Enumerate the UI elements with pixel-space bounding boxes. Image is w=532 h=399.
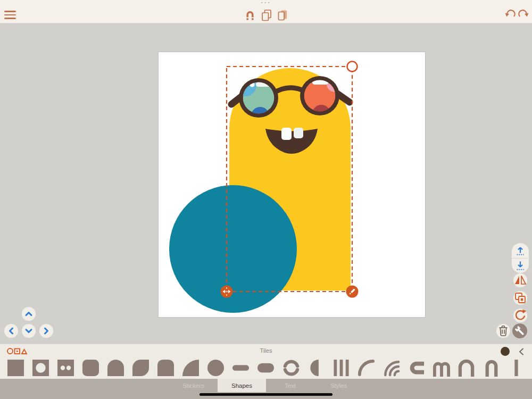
copy-icon[interactable] [260, 9, 273, 22]
move-layer-up-button[interactable] [512, 243, 529, 258]
canvas-area[interactable] [0, 23, 532, 344]
undo-icon[interactable] [504, 10, 516, 21]
nudge-down-button[interactable] [22, 324, 36, 338]
tab-bar: StickersShapesTextStyles [169, 379, 363, 392]
wrench-icon [512, 323, 527, 338]
magnet-snap-icon[interactable] [244, 9, 256, 22]
duplicate-button[interactable] [513, 291, 527, 305]
tab-stickers[interactable]: Stickers [169, 379, 218, 392]
shape-tile-arch[interactable] [157, 359, 174, 377]
resize-handle[interactable] [347, 62, 358, 72]
artwork [159, 52, 426, 318]
shapes-panel: Tiles [0, 344, 532, 379]
tab-text[interactable]: Text [266, 379, 314, 392]
tooth-left [281, 128, 292, 140]
shape-tile-circle[interactable] [207, 359, 225, 377]
shape-tile-three-bars[interactable] [332, 359, 350, 377]
bottom-tab-strip: StickersShapesTextStyles [0, 379, 532, 399]
shape-tile-square-hole[interactable] [32, 359, 49, 377]
tab-styles[interactable]: Styles [314, 379, 363, 392]
teal-circle[interactable] [169, 185, 297, 313]
shape-tile-quarter-circle[interactable] [182, 359, 200, 377]
duplicate-icon [513, 291, 527, 305]
nudge-right-button[interactable] [39, 324, 53, 338]
multitasking-dots[interactable]: ··· [0, 0, 532, 6]
shape-tiles-row [0, 358, 532, 377]
shape-tile-letter-c[interactable] [408, 359, 425, 377]
artboard-page[interactable] [158, 52, 426, 318]
panel-title: Tiles [0, 347, 532, 354]
shape-tile-rounded-square[interactable] [82, 359, 99, 377]
color-swatch[interactable] [501, 347, 510, 356]
tooth-right [294, 128, 303, 138]
shape-tile-pill[interactable] [257, 359, 275, 377]
top-toolbar: ··· [0, 0, 532, 23]
tab-shapes[interactable]: Shapes [218, 379, 266, 392]
shape-tile-half-circle[interactable] [307, 359, 325, 377]
shape-tile-arc[interactable] [358, 359, 375, 377]
shape-tile-triple-arc[interactable] [383, 359, 400, 377]
rotate-icon [513, 309, 527, 322]
hamburger-menu-icon[interactable] [4, 11, 16, 19]
edit-points-handle[interactable] [346, 286, 359, 298]
paste-icon[interactable] [276, 9, 289, 22]
flip-icon [513, 273, 527, 287]
shape-tile-letter-m[interactable] [433, 359, 450, 377]
rotate-button[interactable] [513, 309, 527, 322]
trash-button[interactable] [496, 324, 510, 338]
shape-tile-leaf[interactable] [132, 359, 149, 377]
nudge-up-button[interactable] [22, 307, 36, 321]
shape-tile-pill-thin[interactable] [232, 359, 250, 377]
shape-tile-square-dots[interactable] [57, 359, 74, 377]
flip-horizontal-button[interactable] [513, 273, 527, 287]
layer-order-control [512, 243, 529, 273]
tools-wrench-button[interactable] [512, 323, 527, 338]
trash-icon [496, 324, 510, 338]
chevron-left-icon[interactable] [518, 347, 525, 356]
scale-handle[interactable] [221, 286, 233, 298]
shape-tile-square[interactable] [7, 359, 24, 377]
redo-icon[interactable] [518, 10, 529, 21]
move-layer-down-button[interactable] [512, 259, 529, 273]
home-indicator[interactable] [200, 393, 332, 396]
shape-tile-letter-n[interactable] [458, 359, 475, 377]
shape-tile-letter-u[interactable] [483, 359, 500, 377]
shape-tile-dome[interactable] [107, 359, 124, 377]
shape-tile-bar[interactable] [508, 359, 525, 377]
shape-tile-split-ring[interactable] [282, 359, 300, 377]
nudge-left-button[interactable] [4, 324, 18, 338]
